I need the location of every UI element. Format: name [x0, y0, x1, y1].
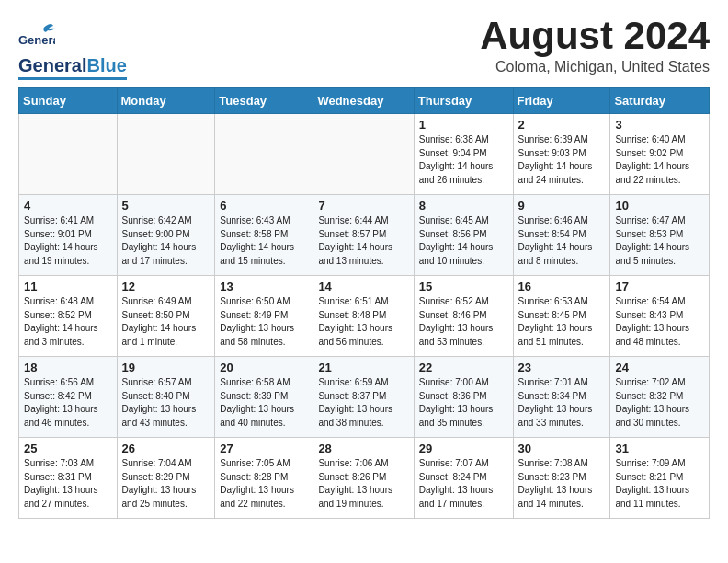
day-number: 11 — [24, 280, 112, 293]
day-cell — [117, 114, 215, 195]
day-info: Sunrise: 6:51 AM Sunset: 8:48 PM Dayligh… — [318, 295, 408, 349]
day-cell: 8Sunrise: 6:45 AM Sunset: 8:56 PM Daylig… — [414, 195, 513, 276]
day-info: Sunrise: 7:04 AM Sunset: 8:29 PM Dayligh… — [122, 457, 210, 511]
day-cell: 11Sunrise: 6:48 AM Sunset: 8:52 PM Dayli… — [19, 276, 118, 357]
day-info: Sunrise: 6:54 AM Sunset: 8:43 PM Dayligh… — [615, 295, 704, 349]
location-title: Coloma, Michigan, United States — [480, 59, 710, 75]
day-cell: 14Sunrise: 6:51 AM Sunset: 8:48 PM Dayli… — [313, 276, 414, 357]
day-cell: 6Sunrise: 6:43 AM Sunset: 8:58 PM Daylig… — [215, 195, 313, 276]
day-number: 10 — [615, 199, 704, 213]
day-number: 22 — [419, 361, 508, 374]
day-cell: 1Sunrise: 6:38 AM Sunset: 9:04 PM Daylig… — [414, 114, 513, 195]
weekday-header-wednesday: Wednesday — [313, 88, 414, 114]
day-info: Sunrise: 7:00 AM Sunset: 8:36 PM Dayligh… — [419, 376, 508, 430]
day-cell: 2Sunrise: 6:39 AM Sunset: 9:03 PM Daylig… — [513, 114, 610, 195]
day-info: Sunrise: 6:46 AM Sunset: 8:54 PM Dayligh… — [518, 214, 606, 268]
week-row-5: 25Sunrise: 7:03 AM Sunset: 8:31 PM Dayli… — [19, 438, 710, 519]
day-info: Sunrise: 7:03 AM Sunset: 8:31 PM Dayligh… — [24, 457, 112, 511]
day-number: 12 — [122, 280, 210, 293]
day-info: Sunrise: 6:56 AM Sunset: 8:42 PM Dayligh… — [24, 376, 112, 430]
day-info: Sunrise: 6:53 AM Sunset: 8:45 PM Dayligh… — [518, 295, 606, 349]
weekday-header-thursday: Thursday — [414, 88, 513, 114]
day-info: Sunrise: 6:47 AM Sunset: 8:53 PM Dayligh… — [615, 214, 704, 268]
day-cell — [19, 114, 118, 195]
day-info: Sunrise: 6:50 AM Sunset: 8:49 PM Dayligh… — [220, 295, 308, 349]
day-cell — [313, 114, 414, 195]
day-info: Sunrise: 6:39 AM Sunset: 9:03 PM Dayligh… — [518, 133, 606, 187]
day-info: Sunrise: 6:44 AM Sunset: 8:57 PM Dayligh… — [318, 214, 408, 268]
day-number: 28 — [318, 442, 408, 455]
logo-general-text: General — [18, 55, 86, 76]
day-cell: 27Sunrise: 7:05 AM Sunset: 8:28 PM Dayli… — [215, 438, 313, 519]
day-cell: 21Sunrise: 6:59 AM Sunset: 8:37 PM Dayli… — [313, 357, 414, 438]
calendar-table: SundayMondayTuesdayWednesdayThursdayFrid… — [18, 87, 710, 519]
day-number: 21 — [318, 361, 408, 374]
day-info: Sunrise: 6:57 AM Sunset: 8:40 PM Dayligh… — [122, 376, 210, 430]
day-cell: 13Sunrise: 6:50 AM Sunset: 8:49 PM Dayli… — [215, 276, 313, 357]
weekday-header-friday: Friday — [513, 88, 610, 114]
svg-text:General: General — [18, 33, 55, 47]
day-number: 25 — [24, 442, 112, 455]
day-cell: 25Sunrise: 7:03 AM Sunset: 8:31 PM Dayli… — [19, 438, 118, 519]
day-number: 14 — [318, 280, 408, 293]
day-cell — [215, 114, 313, 195]
month-title: August 2024 — [480, 15, 710, 57]
day-info: Sunrise: 7:02 AM Sunset: 8:32 PM Dayligh… — [615, 376, 704, 430]
day-cell: 19Sunrise: 6:57 AM Sunset: 8:40 PM Dayli… — [117, 357, 215, 438]
logo-icon: General — [18, 18, 55, 55]
week-row-1: 1Sunrise: 6:38 AM Sunset: 9:04 PM Daylig… — [19, 114, 710, 195]
day-info: Sunrise: 6:45 AM Sunset: 8:56 PM Dayligh… — [419, 214, 508, 268]
day-cell: 18Sunrise: 6:56 AM Sunset: 8:42 PM Dayli… — [19, 357, 118, 438]
day-cell: 7Sunrise: 6:44 AM Sunset: 8:57 PM Daylig… — [313, 195, 414, 276]
day-info: Sunrise: 7:05 AM Sunset: 8:28 PM Dayligh… — [220, 457, 308, 511]
day-number: 8 — [419, 199, 508, 213]
day-cell: 29Sunrise: 7:07 AM Sunset: 8:24 PM Dayli… — [414, 438, 513, 519]
day-number: 30 — [518, 442, 606, 455]
day-number: 13 — [220, 280, 308, 293]
day-cell: 9Sunrise: 6:46 AM Sunset: 8:54 PM Daylig… — [513, 195, 610, 276]
day-cell: 10Sunrise: 6:47 AM Sunset: 8:53 PM Dayli… — [610, 195, 710, 276]
day-info: Sunrise: 6:38 AM Sunset: 9:04 PM Dayligh… — [419, 133, 508, 187]
day-cell: 12Sunrise: 6:49 AM Sunset: 8:50 PM Dayli… — [117, 276, 215, 357]
day-info: Sunrise: 6:52 AM Sunset: 8:46 PM Dayligh… — [419, 295, 508, 349]
day-info: Sunrise: 7:06 AM Sunset: 8:26 PM Dayligh… — [318, 457, 408, 511]
day-cell: 4Sunrise: 6:41 AM Sunset: 9:01 PM Daylig… — [19, 195, 118, 276]
day-info: Sunrise: 6:49 AM Sunset: 8:50 PM Dayligh… — [122, 295, 210, 349]
day-number: 24 — [615, 361, 704, 374]
day-cell: 20Sunrise: 6:58 AM Sunset: 8:39 PM Dayli… — [215, 357, 313, 438]
day-number: 7 — [318, 199, 408, 213]
weekday-header-sunday: Sunday — [19, 88, 118, 114]
day-number: 31 — [615, 442, 704, 455]
weekday-header-tuesday: Tuesday — [215, 88, 313, 114]
day-cell: 26Sunrise: 7:04 AM Sunset: 8:29 PM Dayli… — [117, 438, 215, 519]
day-number: 16 — [518, 280, 606, 293]
day-number: 2 — [518, 118, 606, 132]
day-info: Sunrise: 7:07 AM Sunset: 8:24 PM Dayligh… — [419, 457, 508, 511]
day-number: 1 — [419, 118, 508, 132]
day-number: 9 — [518, 199, 606, 213]
day-info: Sunrise: 6:42 AM Sunset: 9:00 PM Dayligh… — [122, 214, 210, 268]
day-number: 27 — [220, 442, 308, 455]
day-number: 5 — [122, 199, 210, 213]
day-number: 26 — [122, 442, 210, 455]
day-info: Sunrise: 6:58 AM Sunset: 8:39 PM Dayligh… — [220, 376, 308, 430]
day-cell: 5Sunrise: 6:42 AM Sunset: 9:00 PM Daylig… — [117, 195, 215, 276]
day-cell: 30Sunrise: 7:08 AM Sunset: 8:23 PM Dayli… — [513, 438, 610, 519]
day-info: Sunrise: 7:08 AM Sunset: 8:23 PM Dayligh… — [518, 457, 606, 511]
day-number: 4 — [24, 199, 112, 213]
weekday-header-row: SundayMondayTuesdayWednesdayThursdayFrid… — [19, 88, 710, 114]
day-number: 23 — [518, 361, 606, 374]
day-number: 3 — [615, 118, 704, 132]
day-number: 17 — [615, 280, 704, 293]
day-number: 6 — [220, 199, 308, 213]
day-info: Sunrise: 6:43 AM Sunset: 8:58 PM Dayligh… — [220, 214, 308, 268]
day-info: Sunrise: 7:09 AM Sunset: 8:21 PM Dayligh… — [615, 457, 704, 511]
day-cell: 16Sunrise: 6:53 AM Sunset: 8:45 PM Dayli… — [513, 276, 610, 357]
day-cell: 17Sunrise: 6:54 AM Sunset: 8:43 PM Dayli… — [610, 276, 710, 357]
day-cell: 28Sunrise: 7:06 AM Sunset: 8:26 PM Dayli… — [313, 438, 414, 519]
page-header: General General Blue August 2024 Coloma,… — [18, 15, 710, 80]
title-block: August 2024 Coloma, Michigan, United Sta… — [480, 15, 710, 75]
day-cell: 3Sunrise: 6:40 AM Sunset: 9:02 PM Daylig… — [610, 114, 710, 195]
day-cell: 23Sunrise: 7:01 AM Sunset: 8:34 PM Dayli… — [513, 357, 610, 438]
week-row-3: 11Sunrise: 6:48 AM Sunset: 8:52 PM Dayli… — [19, 276, 710, 357]
